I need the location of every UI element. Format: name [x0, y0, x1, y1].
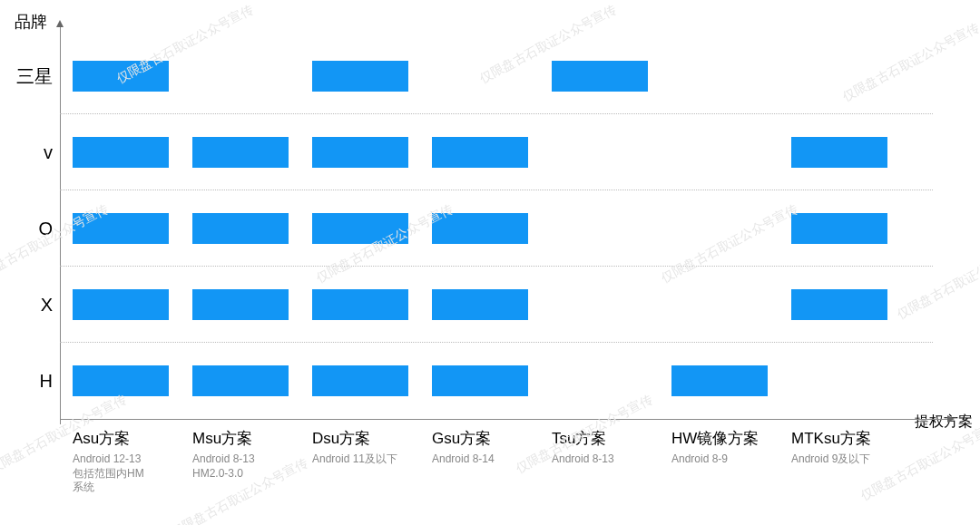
x-tick-sublabel: Android 8-13	[552, 452, 666, 467]
x-tick: HW镜像方案 Android 8-9	[671, 428, 786, 467]
x-tick-sublabel: Android 11及以下	[312, 452, 426, 467]
cell	[432, 137, 528, 168]
plot-area: 三星 v O X H	[60, 38, 933, 419]
x-tick-label: MTKsu方案	[791, 428, 906, 449]
cell	[73, 365, 169, 396]
x-tick: Asu方案 Android 12-13 包括范围内HM 系统	[73, 428, 187, 495]
cell	[791, 213, 887, 244]
y-tick-label: v	[7, 141, 53, 162]
cell	[73, 213, 169, 244]
cell	[73, 289, 169, 320]
x-tick-sublabel: Android 8-14	[432, 452, 546, 467]
x-tick-label: Dsu方案	[312, 428, 426, 449]
row-v: v	[60, 114, 933, 190]
row-h: H	[60, 343, 933, 419]
cell	[312, 137, 408, 168]
y-tick-label: H	[7, 371, 53, 392]
cell	[192, 213, 289, 244]
cell	[312, 213, 408, 244]
cell	[192, 289, 289, 320]
cell	[552, 61, 648, 92]
x-axis-line	[60, 419, 949, 420]
cell	[432, 289, 528, 320]
cell	[671, 365, 768, 396]
x-tick: MTKsu方案 Android 9及以下	[791, 428, 906, 467]
x-tick-sublabel: Android 9及以下	[791, 452, 906, 467]
y-axis-title: 品牌	[15, 11, 47, 33]
x-tick-label: Asu方案	[73, 428, 187, 449]
row-o: O	[60, 190, 933, 267]
x-tick: Dsu方案 Android 11及以下	[312, 428, 426, 467]
x-tick-label: Tsu方案	[552, 428, 666, 449]
x-tick: Msu方案 Android 8-13 HM2.0-3.0	[192, 428, 307, 481]
cell	[791, 137, 887, 168]
x-tick: Gsu方案 Android 8-14	[432, 428, 546, 467]
x-tick-label: HW镜像方案	[671, 428, 786, 449]
cell	[312, 289, 408, 320]
row-x: X	[60, 267, 933, 343]
cell	[312, 365, 408, 396]
x-tick-label: Msu方案	[192, 428, 307, 449]
cell	[73, 61, 169, 92]
y-tick-label: X	[7, 294, 53, 315]
row-samsung: 三星	[60, 38, 933, 114]
cell	[432, 365, 528, 396]
cell	[432, 213, 528, 244]
cell	[192, 365, 289, 396]
x-tick-sublabel: Android 12-13 包括范围内HM 系统	[73, 452, 187, 495]
cell	[791, 289, 887, 320]
x-tick: Tsu方案 Android 8-13	[552, 428, 666, 467]
x-tick-sublabel: Android 8-9	[671, 452, 786, 467]
cell	[312, 61, 408, 92]
cell	[73, 137, 169, 168]
x-tick-label: Gsu方案	[432, 428, 546, 449]
y-tick-label: O	[7, 218, 53, 238]
x-tick-sublabel: Android 8-13 HM2.0-3.0	[192, 452, 307, 481]
y-tick-label: 三星	[7, 63, 53, 88]
cell	[192, 137, 289, 168]
